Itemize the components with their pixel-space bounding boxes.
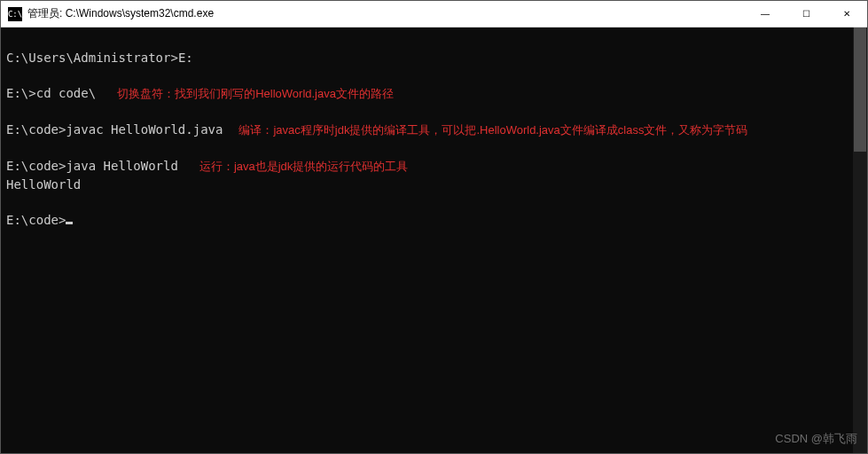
command-line: E:\code>java HelloWorld 运行：java也是jdk提供的运…	[6, 157, 862, 176]
scrollbar-thumb[interactable]	[854, 27, 866, 152]
annotation-text: 运行：java也是jdk提供的运行代码的工具	[199, 158, 408, 176]
close-button[interactable]: ✕	[826, 1, 867, 27]
blank-line	[6, 67, 862, 84]
window-controls: — ☐ ✕	[745, 1, 867, 27]
command-text: java HelloWorld	[66, 157, 177, 175]
blank-line	[6, 193, 862, 211]
window-title: 管理员: C:\Windows\system32\cmd.exe	[27, 6, 745, 21]
scrollbar[interactable]	[853, 27, 867, 453]
titlebar[interactable]: C:\ 管理员: C:\Windows\system32\cmd.exe — ☐…	[1, 1, 867, 27]
prompt: E:\code>	[6, 121, 66, 138]
minimize-button[interactable]: —	[745, 1, 786, 27]
command-line: E:\code>	[6, 211, 862, 229]
command-text: javac HelloWorld.java	[66, 121, 223, 138]
prompt: E:\code>	[6, 211, 66, 229]
prompt: E:\code>	[6, 157, 66, 175]
cursor-icon	[66, 222, 73, 224]
annotation-text: 切换盘符：找到我们刚写的HelloWorld.java文件的路径	[117, 85, 394, 103]
blank-line	[6, 139, 862, 157]
terminal-area[interactable]: C:\Users\Administrator>E: E:\>cd code\ 切…	[1, 27, 867, 453]
cmd-window: C:\ 管理员: C:\Windows\system32\cmd.exe — ☐…	[0, 0, 868, 454]
blank-line	[6, 103, 862, 121]
prompt: E:\>	[6, 84, 36, 102]
maximize-button[interactable]: ☐	[786, 1, 826, 27]
prompt: C:\Users\Administrator>	[6, 49, 178, 67]
output-line: HelloWorld	[6, 176, 862, 193]
command-text: E:	[178, 49, 193, 67]
watermark-text: CSDN @韩飞雨	[775, 431, 857, 447]
cmd-icon: C:\	[8, 7, 22, 21]
blank-line	[6, 31, 862, 49]
command-line: E:\>cd code\ 切换盘符：找到我们刚写的HelloWorld.java…	[6, 84, 862, 103]
command-line: E:\code>javac HelloWorld.java 编译：javac程序…	[6, 121, 862, 139]
annotation-text: 编译：javac程序时jdk提供的编译工具，可以把.HelloWorld.jav…	[239, 121, 747, 139]
command-text: cd code\	[36, 84, 96, 102]
command-line: C:\Users\Administrator>E:	[6, 49, 862, 67]
